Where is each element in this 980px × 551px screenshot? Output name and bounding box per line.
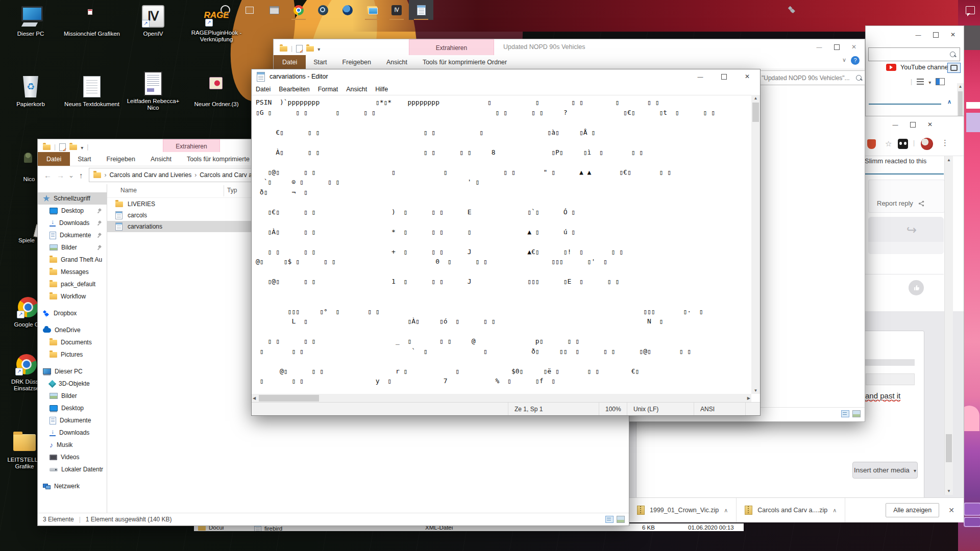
maximize-button[interactable]: [712, 69, 736, 84]
scrollbar[interactable]: ▲ ▼: [944, 156, 953, 495]
sidebar-item[interactable]: Downloads: [38, 427, 107, 439]
ribbon-tab[interactable]: Freigeben: [99, 152, 143, 166]
column-header-type[interactable]: Typ: [227, 187, 237, 194]
like-button[interactable]: [909, 280, 924, 295]
taskbar-app[interactable]: [237, 0, 262, 20]
scroll-up-icon[interactable]: ▲: [945, 158, 953, 162]
desktop-icon[interactable]: Neues Textdokument: [72, 74, 111, 108]
sidebar-item[interactable]: Desktop: [38, 402, 107, 414]
quick-access-toolbar[interactable]: | |: [43, 142, 88, 152]
download-item[interactable]: 1999_01_Crown_Vic.zip: [629, 498, 737, 522]
scrollbar[interactable]: ▲: [957, 83, 964, 116]
sidebar-item[interactable]: Dropbox: [38, 307, 107, 319]
details-view-icon[interactable]: [605, 516, 614, 523]
sidebar-item[interactable]: Grand Theft Au: [38, 254, 107, 266]
close-button[interactable]: [944, 29, 962, 40]
ribbon-tab[interactable]: Datei: [38, 152, 70, 166]
desktop-icon[interactable]: Missionchief Grafiken: [72, 4, 111, 37]
search-input[interactable]: [868, 47, 960, 61]
sidebar-item[interactable]: Netzwerk: [38, 480, 107, 492]
sidebar-item[interactable]: OneDrive: [38, 324, 107, 336]
ribbon-tab[interactable]: Ansicht: [379, 55, 415, 69]
scroll-left-icon[interactable]: ◀: [253, 394, 256, 403]
sidebar-item[interactable]: Schnellzugriff: [38, 192, 107, 205]
taskbar-app[interactable]: [409, 0, 433, 20]
sidebar-item[interactable]: Bilder: [38, 241, 107, 254]
close-shelf-icon[interactable]: ✕: [948, 506, 954, 514]
titlebar[interactable]: carvariations - Editor: [252, 69, 760, 84]
scrollbar-thumb[interactable]: [752, 103, 759, 122]
close-button[interactable]: [921, 119, 939, 130]
ribbon-tab[interactable]: Datei: [274, 55, 306, 69]
taskbar-app[interactable]: [384, 0, 409, 20]
extension-icon[interactable]: [898, 139, 908, 149]
scroll-down-icon[interactable]: ▼: [751, 388, 760, 393]
ribbon-tab[interactable]: Ansicht: [143, 152, 179, 166]
scroll-up-icon[interactable]: ▲: [751, 96, 760, 101]
minimize-button[interactable]: [811, 41, 828, 53]
menu-item[interactable]: Ansicht: [342, 86, 371, 93]
scrollbar-thumb[interactable]: [946, 434, 952, 462]
ribbon-tab[interactable]: Freigeben: [335, 55, 379, 69]
menu-item[interactable]: Hilfe: [371, 86, 392, 93]
youtube-channel-link[interactable]: YouTube channel: [886, 64, 949, 71]
dropbox-icon[interactable]: [788, 7, 796, 13]
taskbar-app[interactable]: [286, 0, 311, 20]
scroll-down-icon[interactable]: ▼: [945, 489, 953, 493]
vertical-scrollbar[interactable]: ▲ ▼: [751, 95, 760, 394]
menu-dots-icon[interactable]: ⋮: [941, 138, 949, 147]
resize-grip[interactable]: [745, 403, 760, 415]
text-content[interactable]: PSIN )`pppppppp ▯*▯* pppppppp ▯ ▯ ▯ ▯ ▯ …: [252, 95, 751, 394]
desktop-icon[interactable]: Neuer Ordner.(3): [197, 74, 236, 108]
sidebar-item[interactable]: Musik: [38, 439, 107, 451]
taskbar-app[interactable]: [311, 0, 335, 20]
horizontal-scrollbar[interactable]: ◀ ▶: [252, 394, 751, 403]
reply-arrow-icon[interactable]: ↪: [906, 223, 917, 237]
scrollbar-thumb[interactable]: [958, 91, 963, 116]
desktop-icon[interactable]: RAGEPluginHook - Verknüpfung: [197, 3, 236, 43]
search-box[interactable]: "Updated NOPD 90s Vehicles"...: [758, 70, 865, 85]
close-button[interactable]: [736, 69, 759, 84]
sidebar-item[interactable]: Videos: [38, 451, 107, 463]
minimize-button[interactable]: [689, 69, 712, 84]
insert-media-button[interactable]: Insert other media: [852, 462, 918, 479]
collapse-chevron[interactable]: ∧: [947, 98, 951, 105]
share-icon[interactable]: [918, 201, 924, 207]
ribbon-tab[interactable]: Start: [306, 55, 334, 69]
column-header-name[interactable]: Name: [120, 187, 137, 194]
maximize-button[interactable]: [904, 119, 921, 130]
quick-access-toolbar[interactable]: |: [280, 44, 320, 53]
sidebar-item[interactable]: Documents: [38, 336, 107, 348]
sidebar-item[interactable]: pack_default: [38, 278, 107, 290]
maximize-button[interactable]: [927, 29, 944, 40]
details-view-icon[interactable]: [841, 410, 849, 417]
close-button[interactable]: [845, 41, 863, 53]
sidebar-item[interactable]: 3D-Objekte: [38, 378, 107, 390]
download-item[interactable]: Carcols and Carv a....zip: [737, 498, 845, 522]
sidebar-item[interactable]: Dieser PC: [38, 365, 107, 378]
scroll-up-icon[interactable]: ▲: [957, 84, 964, 89]
taskbar-app[interactable]: [360, 0, 384, 20]
adblock-shield-icon[interactable]: [867, 139, 876, 149]
view-options[interactable]: |: [911, 77, 945, 86]
contextual-tab-extrahieren[interactable]: Extrahieren: [163, 139, 220, 153]
sidebar-item[interactable]: Dokumente: [38, 414, 107, 427]
sidebar-item[interactable]: Desktop: [38, 205, 107, 217]
menu-item[interactable]: Datei: [252, 86, 275, 93]
taskbar-app[interactable]: [335, 0, 360, 20]
window-view-button[interactable]: [947, 63, 961, 73]
avatar[interactable]: [921, 138, 933, 150]
sidebar-item[interactable]: Bilder: [38, 390, 107, 402]
ribbon-collapse-icon[interactable]: ∨: [842, 57, 846, 63]
help-icon[interactable]: ?: [851, 56, 860, 65]
sidebar-item[interactable]: Downloads: [38, 217, 107, 229]
sidebar-item[interactable]: Workflow: [38, 290, 107, 303]
back-icon[interactable]: [44, 171, 52, 180]
forward-icon[interactable]: [57, 171, 64, 180]
breadcrumb-segment[interactable]: Carcols and Carv a: [200, 171, 252, 179]
maximize-button[interactable]: [828, 41, 845, 53]
chevron-up-icon[interactable]: [724, 507, 728, 514]
report-reply-link[interactable]: Report reply: [877, 199, 913, 207]
recent-locations-icon[interactable]: [68, 171, 74, 179]
breadcrumb-segment[interactable]: Carcols and Carv and Liveries: [109, 171, 191, 179]
